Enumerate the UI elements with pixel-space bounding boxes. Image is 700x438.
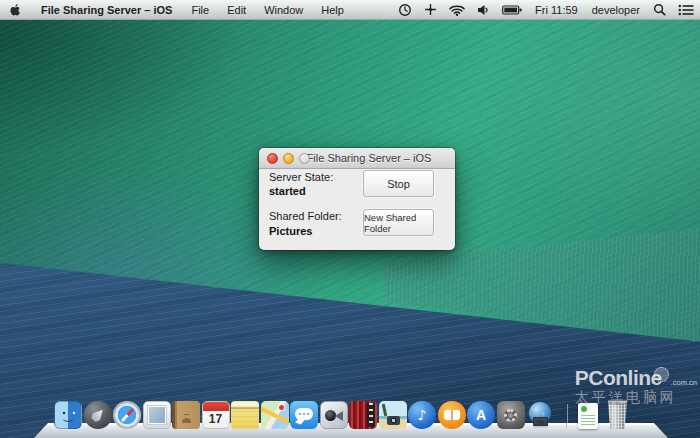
menu-bar: File Sharing Server – iOS File Edit Wind…: [0, 0, 700, 20]
wifi-menu[interactable]: [443, 0, 471, 19]
menu-file[interactable]: File: [182, 0, 218, 19]
dock-facetime-icon[interactable]: [320, 401, 348, 429]
menu-edit[interactable]: Edit: [218, 0, 255, 19]
window-titlebar[interactable]: File Sharing Server – iOS: [259, 148, 455, 169]
dock-itunes-icon[interactable]: [408, 401, 436, 429]
desktop: File Sharing Server – iOS File Edit Wind…: [0, 0, 700, 438]
dock-finder-icon[interactable]: [54, 401, 82, 429]
dock: 17: [54, 399, 630, 429]
dock-documents-icon[interactable]: [578, 403, 598, 429]
screen-sharing-menu[interactable]: [418, 0, 443, 19]
spotlight-menu[interactable]: [647, 0, 672, 19]
calendar-day: 17: [203, 410, 229, 428]
notification-center-icon: [678, 4, 694, 16]
shared-folder-value: Pictures: [269, 225, 312, 237]
new-shared-folder-button[interactable]: New Shared Folder: [363, 209, 434, 236]
wifi-icon: [449, 4, 465, 16]
dock-launchpad-icon[interactable]: [84, 401, 112, 429]
minimize-button[interactable]: [283, 153, 294, 164]
menu-user[interactable]: developer: [585, 4, 647, 16]
dock-notes-icon[interactable]: [231, 401, 259, 429]
dock-ibooks-icon[interactable]: [438, 401, 466, 429]
battery-menu[interactable]: [496, 0, 528, 19]
dock-network-icon[interactable]: [526, 401, 554, 429]
dock-system-preferences-icon[interactable]: [497, 401, 525, 429]
dock-maps-icon[interactable]: [261, 401, 289, 429]
menu-window[interactable]: Window: [255, 0, 312, 19]
dock-calendar-icon[interactable]: 17: [202, 401, 230, 429]
battery-icon: [502, 5, 522, 15]
menu-app-name[interactable]: File Sharing Server – iOS: [31, 0, 182, 19]
notification-center-menu[interactable]: [672, 0, 700, 19]
screen-sharing-crosshair-icon: [424, 3, 437, 16]
dock-safari-icon[interactable]: [113, 401, 141, 429]
dock-messages-icon[interactable]: [290, 401, 318, 429]
volume-menu[interactable]: [471, 0, 496, 19]
shared-folder-label: Shared Folder:: [269, 210, 342, 222]
dock-trash-icon[interactable]: [606, 399, 630, 429]
volume-icon: [477, 4, 490, 16]
menu-help[interactable]: Help: [312, 0, 353, 19]
stop-button[interactable]: Stop: [363, 170, 434, 197]
dock-app-store-icon[interactable]: [467, 401, 495, 429]
apple-menu[interactable]: [0, 0, 31, 19]
server-state-value: started: [269, 185, 306, 197]
time-machine-menu[interactable]: [392, 0, 418, 19]
zoom-button-disabled: [299, 153, 310, 164]
dock-iphoto-icon[interactable]: [379, 401, 407, 429]
time-machine-icon: [398, 3, 412, 17]
close-button[interactable]: [267, 153, 278, 164]
dock-mail-icon[interactable]: [143, 401, 171, 429]
dock-photo-booth-icon[interactable]: [349, 401, 377, 429]
apple-icon: [9, 3, 22, 17]
spotlight-search-icon: [653, 3, 666, 16]
menu-clock[interactable]: Fri 11:59: [528, 4, 585, 16]
server-state-label: Server State:: [269, 171, 333, 183]
dock-contacts-icon[interactable]: [172, 401, 200, 429]
dock-separator: [566, 404, 567, 428]
file-sharing-server-window: File Sharing Server – iOS Server State: …: [259, 148, 455, 250]
